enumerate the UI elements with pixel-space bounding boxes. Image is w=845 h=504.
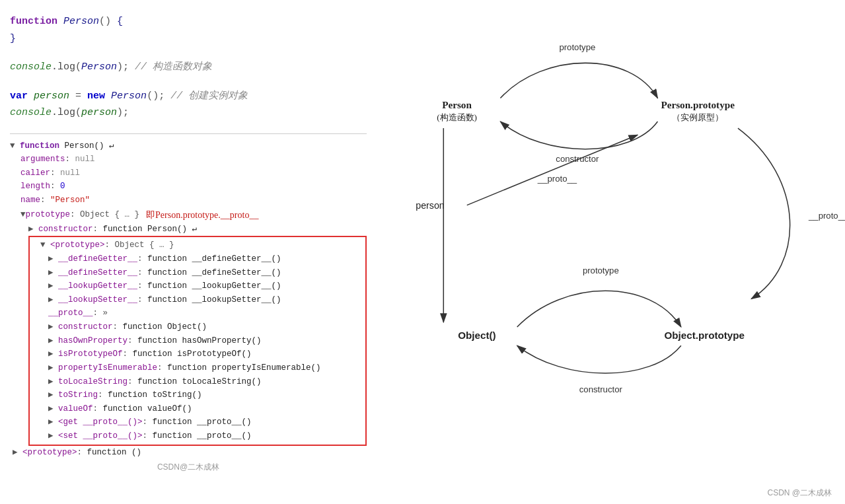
log-fn-2: log [57, 107, 75, 118]
person-arg: Person [81, 61, 117, 73]
tree-define-getter: ▶ __defineGetter__: function __defineGet… [30, 252, 365, 266]
tree-proto-header: ▼ <prototype>: Object { … } [30, 238, 365, 252]
left-panel: function Person() { } console.log(Person… [0, 0, 377, 504]
person-var-arg: person [81, 107, 117, 118]
diagram-svg: Person (构造函数) Person.prototype （实例原型） pr… [377, 0, 845, 504]
tree-is-proto-of: ▶ isPrototypeOf: function isPrototypeOf(… [30, 347, 365, 361]
tree-get-proto: ▶ <get __proto__()>: function __proto__(… [30, 415, 365, 429]
code-line-3: console.log(Person); // 构造函数对象 [10, 59, 367, 76]
eq: = [75, 90, 87, 102]
constructor-arrow-top [500, 122, 657, 149]
tree-root: ▼ function Person() ↵ [10, 139, 367, 153]
tree-to-locale: ▶ toLocaleString: function toLocaleStrin… [30, 375, 365, 389]
right-panel: Person (构造函数) Person.prototype （实例原型） pr… [377, 0, 845, 504]
proto-label-vertical: __proto__ [808, 211, 845, 221]
new-kw: new [87, 90, 105, 102]
code-section: function Person() { } [10, 13, 367, 47]
tree-footer: ▶ <prototype>: function () [10, 446, 367, 460]
tree-lookup-setter: ▶ __lookupSetter__: function __lookupSet… [30, 293, 365, 307]
tree-name: name: "Person" [10, 194, 367, 207]
code-line-5: console.log(person); [10, 104, 367, 122]
parens: () [99, 16, 117, 27]
tree-value-of: ▶ valueOf: function valueOf() [30, 402, 365, 416]
constructor-label-top: constructor [556, 154, 599, 164]
svg-text:(构造函数): (构造函数) [437, 112, 477, 122]
comment-2: // 创建实例对象 [170, 90, 248, 102]
var-kw: var [10, 90, 28, 102]
log-fn: log [57, 61, 75, 73]
watermark-right: CSDN @二木成林 [767, 487, 832, 499]
person-constructor-label: Person [442, 99, 472, 110]
fn-person: Person [63, 16, 99, 27]
prototype-label-bottom: prototype [583, 266, 619, 275]
annotation-label: 即Person.prototype.__proto__ [146, 207, 258, 223]
person-instance-label: person [416, 200, 444, 211]
tree-lookup-getter: ▶ __lookupGetter__: function __lookupGet… [30, 279, 365, 293]
tree-prototype: ▼ prototype: Object { … } 即Person.protot… [10, 207, 367, 223]
code-line-2: } [10, 30, 367, 48]
var-section: var person = new Person(); // 创建实例对象 con… [10, 88, 367, 122]
object-constructor-label: Object() [458, 330, 496, 341]
tree-arguments: arguments: null [10, 153, 367, 166]
var-person: person [34, 90, 69, 102]
proto-arrow-vertical [738, 128, 790, 299]
watermark-left: CSDN@二木成林 [10, 462, 367, 473]
brace-open: { [117, 16, 123, 27]
console-log-section: console.log(Person); // 构造函数对象 [10, 59, 367, 76]
tree-constructor-prop: ▶ constructor: function Person() ↵ [10, 223, 367, 236]
svg-text:（实例原型）: （实例原型） [672, 112, 723, 122]
code-line-4: var person = new Person(); // 创建实例对象 [10, 88, 367, 105]
prototype-label-top: prototype [559, 42, 595, 52]
comment-1: // 构造函数对象 [129, 61, 212, 73]
tree-proto-val: __proto__: » [30, 306, 365, 320]
tree-length: length: 0 [10, 180, 367, 194]
tree-prop-is-enum: ▶ propertyIsEnumerable: function propert… [30, 361, 365, 375]
constructor-label-bottom: constructor [579, 384, 623, 394]
code-line-1: function Person() { [10, 13, 367, 30]
tree-set-proto: ▶ <set __proto__()>: function __proto__(… [30, 429, 365, 443]
prototype-highlight-box: ▼ <prototype>: Object { … } ▶ __defineGe… [28, 236, 367, 445]
console-obj: console [10, 61, 52, 73]
tree-has-own: ▶ hasOwnProperty: function hasOwnPropert… [30, 334, 365, 348]
debug-section: ▼ function Person() ↵ arguments: null ca… [10, 133, 367, 460]
person-prototype-label: Person.prototype [661, 99, 735, 110]
person-constructor-call: Person [111, 90, 147, 102]
tree-to-string: ▶ toString: function toString() [30, 388, 365, 402]
tree-constructor-fn: ▶ constructor: function Object() [30, 320, 365, 334]
keyword-function: function [10, 16, 57, 27]
tree-caller: caller: null [10, 166, 367, 180]
prototype-arrow-top [500, 63, 657, 98]
tree-define-setter: ▶ __defineSetter__: function __defineSet… [30, 266, 365, 280]
constructor-arrow-bottom [517, 345, 681, 373]
object-prototype-label: Object.prototype [665, 330, 745, 341]
console-obj-2: console [10, 107, 52, 118]
brace-close: } [10, 33, 16, 44]
prototype-arrow-bottom [517, 291, 681, 327]
proto-label-person: __proto__ [537, 174, 577, 184]
